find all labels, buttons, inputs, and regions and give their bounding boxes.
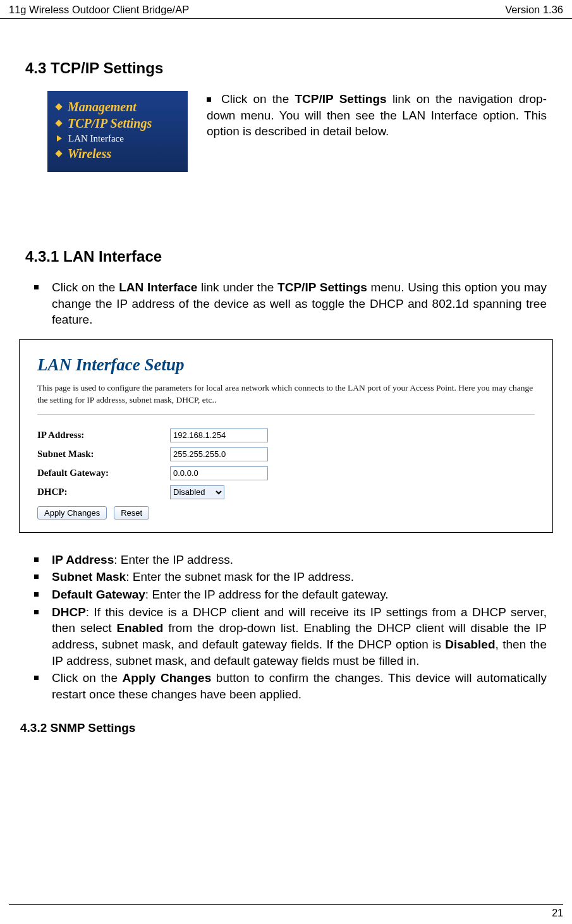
nav-item-lan: LAN Interface <box>47 131 188 145</box>
nav-label-lan: LAN Interface <box>68 133 124 144</box>
header-right: Version 1.36 <box>505 4 563 16</box>
nav-label-management: Management <box>68 100 137 114</box>
field-bullets: IP Address: Enter the IP address. Subnet… <box>25 552 547 703</box>
page-footer: 21 <box>9 904 563 919</box>
nav-label-wireless: Wireless <box>68 147 111 161</box>
list-item: Subnet Mask: Enter the subnet mask for t… <box>25 569 547 585</box>
nav-item-wireless: Wireless <box>47 145 188 162</box>
t: TCP/IP Settings <box>277 281 367 294</box>
t: Subnet Mask <box>52 570 126 583</box>
t: DHCP <box>52 605 86 619</box>
list-item: DHCP: If this device is a DHCP client an… <box>25 604 547 669</box>
diamond-icon <box>55 150 62 157</box>
lan-setup-panel: LAN Interface Setup This page is used to… <box>19 339 553 533</box>
intro-text-pre: Click on the <box>221 92 295 106</box>
row-dhcp: DHCP: Disabled <box>37 485 535 499</box>
intro-paragraph: Click on the TCP/IP Settings link on the… <box>207 91 547 140</box>
reset-button[interactable]: Reset <box>114 506 149 520</box>
t: link under the <box>197 281 277 294</box>
lan-setup-desc: This page is used to configure the param… <box>37 382 535 415</box>
button-row: Apply Changes Reset <box>37 506 535 520</box>
page-number: 21 <box>552 908 563 918</box>
label-dhcp: DHCP: <box>37 487 170 497</box>
page-content: 4.3 TCP/IP Settings Management TCP/IP Se… <box>0 19 572 735</box>
input-subnet-mask[interactable] <box>170 447 268 461</box>
intro-list-431: Click on the LAN Interface link under th… <box>25 279 547 328</box>
t: Click on the <box>52 671 123 684</box>
diamond-icon <box>55 103 62 110</box>
arrow-icon <box>57 135 62 142</box>
t: Disabled <box>445 638 495 651</box>
lan-setup-title: LAN Interface Setup <box>37 355 535 375</box>
t: IP Address <box>52 553 114 566</box>
list-item: Default Gateway: Enter the IP address fo… <box>25 587 547 603</box>
row-gw: Default Gateway: <box>37 466 535 480</box>
nav-item-tcpip: TCP/IP Settings <box>47 115 188 131</box>
select-dhcp[interactable]: Disabled <box>170 485 224 499</box>
nav-item-management: Management <box>47 99 188 115</box>
header-left: 11g Wireless Outdoor Client Bridge/AP <box>9 4 189 16</box>
heading-4-3: 4.3 TCP/IP Settings <box>25 59 547 77</box>
t: Enabled <box>116 621 163 635</box>
heading-4-3-2: 4.3.2 SNMP Settings <box>20 721 553 735</box>
t: : Enter the IP address for the default g… <box>145 588 389 601</box>
bullet-icon <box>207 97 211 102</box>
input-ip-address[interactable] <box>170 429 268 442</box>
t: Default Gateway <box>52 588 145 601</box>
intro-text-bold: TCP/IP Settings <box>295 92 387 106</box>
list-item: Click on the Apply Changes button to con… <box>25 670 547 702</box>
page-header: 11g Wireless Outdoor Client Bridge/AP Ve… <box>0 0 572 19</box>
list-item: IP Address: Enter the IP address. <box>25 552 547 568</box>
row-mask: Subnet Mask: <box>37 447 535 461</box>
diamond-icon <box>55 119 62 126</box>
nav-menu-image: Management TCP/IP Settings LAN Interface… <box>47 91 188 172</box>
t: Click on the <box>52 281 119 294</box>
heading-4-3-1: 4.3.1 LAN Interface <box>25 248 547 265</box>
row-ip: IP Address: <box>37 429 535 442</box>
label-gw: Default Gateway: <box>37 468 170 478</box>
nav-label-tcpip: TCP/IP Settings <box>68 116 152 131</box>
t: : Enter the subnet mask for the IP addre… <box>126 570 354 583</box>
input-default-gateway[interactable] <box>170 466 268 480</box>
label-mask: Subnet Mask: <box>37 449 170 459</box>
t: LAN Interface <box>119 281 197 294</box>
t: : Enter the IP address. <box>114 553 233 566</box>
t: Apply Changes <box>123 671 212 684</box>
apply-changes-button[interactable]: Apply Changes <box>37 506 107 520</box>
label-ip: IP Address: <box>37 430 170 441</box>
list-item: Click on the LAN Interface link under th… <box>25 279 547 328</box>
intro-row: Management TCP/IP Settings LAN Interface… <box>47 91 547 172</box>
